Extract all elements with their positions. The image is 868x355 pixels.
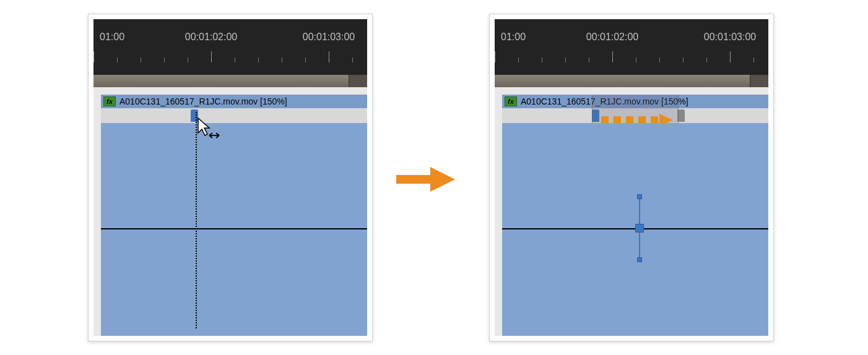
ruler-tick-label: 01:00 xyxy=(100,32,124,43)
speed-keyframe-handle[interactable] xyxy=(191,109,198,122)
ruler-tick-label: 00:01:02:00 xyxy=(586,32,639,43)
time-ruler[interactable]: 01:00 00:01:02:00 00:01:03:00 xyxy=(93,19,367,75)
track-area[interactable]: fx A010C131_160517_R1JC.mov.mov [150%] xyxy=(495,87,768,336)
work-area-handle[interactable] xyxy=(750,75,768,87)
timeline-panel-after: 01:00 00:01:02:00 00:01:03:00 fx A010C13… xyxy=(489,14,774,341)
ruler-tick-label: 00:01:02:00 xyxy=(185,32,238,43)
time-ruler[interactable]: 01:00 00:01:02:00 00:01:03:00 xyxy=(495,19,768,75)
clip-body[interactable] xyxy=(502,123,768,336)
track-area[interactable]: fx A010C131_160517_R1JC.mov.mov [150%] xyxy=(93,87,367,336)
clip-body[interactable] xyxy=(101,123,367,336)
ruler-tick-label: 00:01:03:00 xyxy=(704,32,757,43)
ruler-ticks xyxy=(93,50,367,69)
work-area-bar[interactable] xyxy=(495,75,768,87)
ruler-tick-label: 00:01:03:00 xyxy=(303,32,355,43)
ruler-ticks xyxy=(495,50,768,69)
svg-rect-1 xyxy=(396,175,433,184)
playhead-guide xyxy=(196,112,197,328)
fx-badge-icon[interactable]: fx xyxy=(103,96,116,106)
fx-badge-icon[interactable]: fx xyxy=(505,96,517,106)
ruler-tick-label: 01:00 xyxy=(501,32,526,43)
work-area-handle[interactable] xyxy=(349,75,367,87)
timeline-panel-before: 01:00 00:01:02:00 00:01:03:00 fx A010C13… xyxy=(88,14,373,341)
transition-arrow-icon xyxy=(396,164,458,197)
speed-handle-bar[interactable] xyxy=(101,108,367,123)
speed-graph-line xyxy=(101,228,367,229)
work-area-bar[interactable] xyxy=(93,75,367,87)
clip-header[interactable]: fx A010C131_160517_R1JC.mov.mov [150%] xyxy=(101,95,367,108)
clip-title: A010C131_160517_R1JC.mov.mov [150%] xyxy=(119,96,287,106)
